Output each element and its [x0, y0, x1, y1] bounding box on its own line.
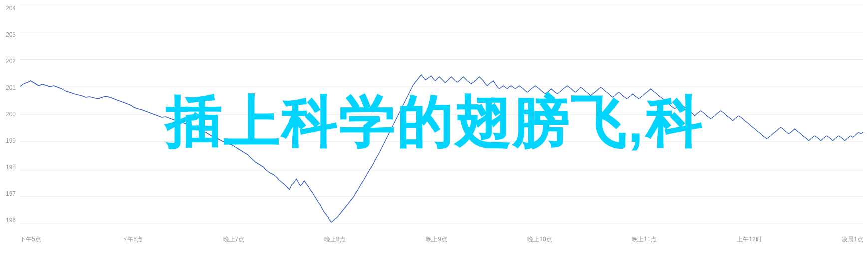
y-axis: 204 203 202 201 200 199 198 197 196 [0, 5, 19, 224]
x-label-7pm: 晚上7点 [223, 236, 245, 244]
y-label-198: 198 [0, 164, 19, 171]
y-label-203: 203 [0, 32, 19, 38]
x-label-1am: 凌晨1点 [842, 236, 863, 244]
y-label-199: 199 [0, 138, 19, 144]
x-label-6pm: 下午6点 [121, 236, 143, 244]
y-label-201: 201 [0, 84, 19, 92]
y-label-204: 204 [0, 5, 19, 12]
chart-area [20, 5, 863, 224]
x-label-11pm: 晚上11点 [632, 236, 656, 244]
y-label-196: 196 [0, 217, 19, 224]
chart-container: 204 203 202 201 200 199 198 197 196 [0, 0, 868, 254]
x-label-12am: 上午12时 [737, 236, 761, 244]
x-label-10pm: 晚上10点 [527, 236, 552, 244]
x-label-9pm: 晚上9点 [426, 236, 447, 244]
y-label-197: 197 [0, 190, 19, 198]
y-label-202: 202 [0, 58, 19, 65]
chart-svg [20, 5, 863, 224]
stock-line [20, 75, 863, 222]
x-label-8pm: 晚上8点 [324, 236, 346, 244]
y-label-200: 200 [0, 111, 19, 118]
x-label-5pm: 下午5点 [20, 236, 41, 244]
x-axis: 下午5点 下午6点 晚上7点 晚上8点 晚上9点 晚上10点 晚上11点 上午1… [20, 236, 863, 244]
